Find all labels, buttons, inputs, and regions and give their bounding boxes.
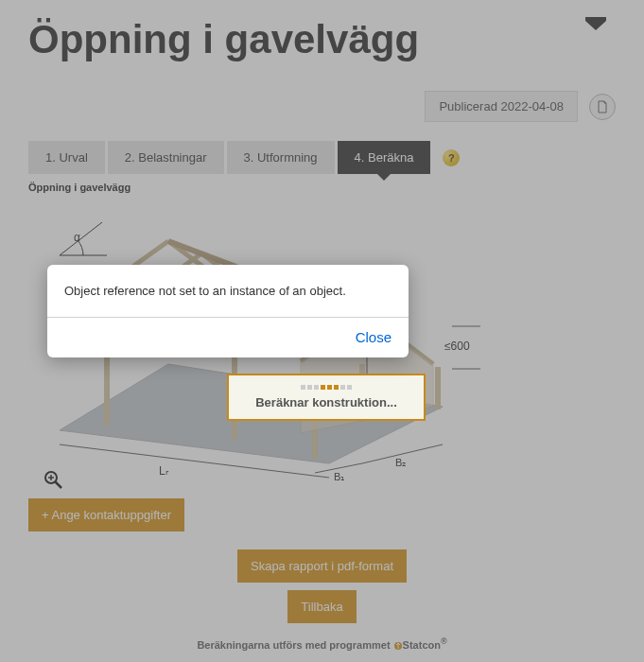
calculating-indicator: Beräknar konstruktion... bbox=[227, 374, 426, 421]
error-dialog: Object reference not set to an instance … bbox=[47, 265, 409, 357]
close-button[interactable]: Close bbox=[356, 329, 392, 345]
calculating-text: Beräknar konstruktion... bbox=[240, 395, 412, 409]
error-message: Object reference not set to an instance … bbox=[47, 265, 409, 317]
